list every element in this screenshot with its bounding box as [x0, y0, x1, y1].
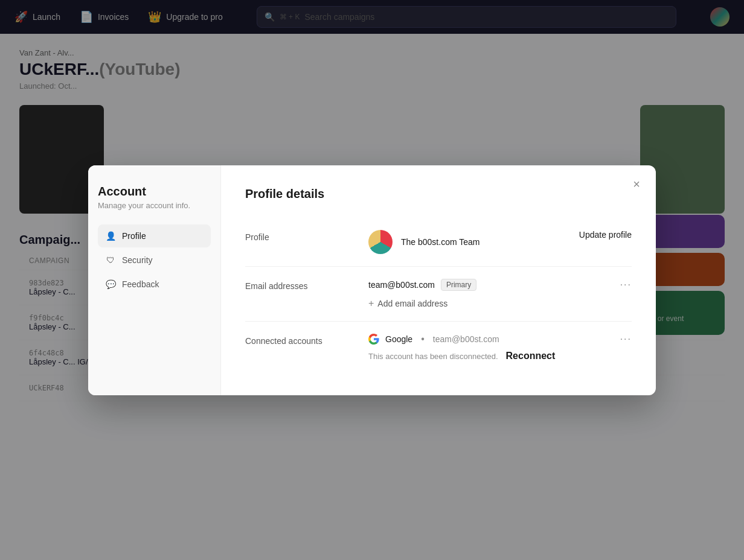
google-icon: [368, 334, 379, 345]
update-profile-button[interactable]: Update profile: [579, 230, 632, 240]
modal-subtitle: Manage your account info.: [98, 201, 211, 210]
modal-title: Account: [98, 185, 211, 199]
sidebar-item-label: Profile: [122, 231, 146, 241]
disconnected-text: This account has been disconnected.: [368, 352, 498, 361]
email-label: Email addresses: [245, 279, 354, 291]
reconnect-link[interactable]: Reconnect: [506, 351, 556, 361]
bullet: •: [421, 334, 425, 345]
person-icon: 👤: [105, 231, 116, 241]
email-detail-row: Email addresses team@b00st.com Primary ·…: [245, 267, 632, 322]
google-row: Google • team@b00st.com ···: [368, 334, 632, 345]
profile-detail-row: Profile The b00st.com Team Update profil…: [245, 218, 632, 267]
email-options-button[interactable]: ···: [620, 279, 632, 290]
feedback-icon: 💬: [105, 279, 116, 290]
connected-section: Google • team@b00st.com ··· This account…: [368, 334, 632, 361]
sidebar-item-label: Security: [122, 255, 153, 265]
primary-badge: Primary: [441, 279, 476, 291]
email-section: team@b00st.com Primary ··· + Add email a…: [368, 279, 632, 309]
sidebar-item-feedback[interactable]: 💬 Feedback: [98, 273, 211, 296]
email-row: team@b00st.com Primary ···: [368, 279, 632, 291]
google-provider-label: Google: [385, 334, 412, 344]
connected-options-button[interactable]: ···: [620, 334, 632, 345]
modal-backdrop[interactable]: Account Manage your account info. 👤 Prof…: [0, 0, 744, 560]
disconnected-message: This account has been disconnected. Reco…: [368, 351, 632, 361]
sidebar-item-label: Feedback: [122, 279, 159, 289]
email-address: team@b00st.com: [368, 280, 435, 290]
section-title: Profile details: [245, 187, 632, 201]
plus-icon: +: [368, 298, 374, 309]
profile-logo: [368, 230, 393, 254]
close-modal-button[interactable]: ×: [627, 175, 646, 194]
connected-accounts-label: Connected accounts: [245, 334, 354, 346]
profile-info: The b00st.com Team: [368, 230, 565, 254]
add-email-label: Add email address: [377, 299, 447, 308]
modal-sidebar: Account Manage your account info. 👤 Prof…: [88, 165, 221, 395]
shield-icon: 🛡: [105, 255, 116, 266]
profile-team-name: The b00st.com Team: [401, 237, 479, 247]
account-modal: Account Manage your account info. 👤 Prof…: [88, 165, 656, 395]
profile-label: Profile: [245, 230, 354, 242]
connected-accounts-row: Connected accounts Google •: [245, 322, 632, 374]
sidebar-item-profile[interactable]: 👤 Profile: [98, 224, 211, 247]
modal-main-content: Profile details Profile The b00st.com Te…: [221, 165, 656, 395]
sidebar-item-security[interactable]: 🛡 Security: [98, 249, 211, 272]
google-provider-email: team@b00st.com: [433, 334, 499, 344]
add-email-button[interactable]: + Add email address: [368, 298, 447, 309]
